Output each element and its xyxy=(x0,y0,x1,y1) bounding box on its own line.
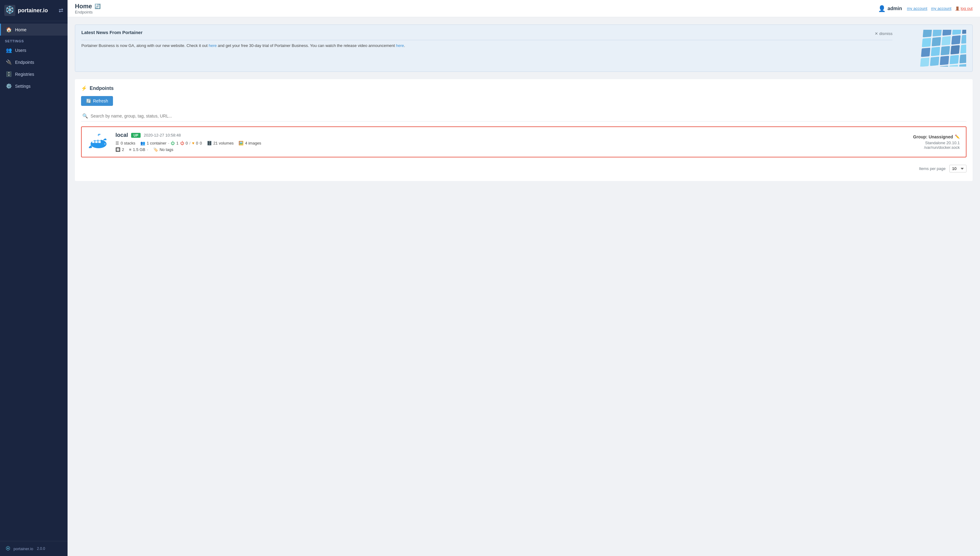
users-icon: 👥 xyxy=(6,47,12,53)
logo-text: portainer.io xyxy=(18,7,48,14)
refresh-label: Refresh xyxy=(93,99,108,103)
endpoints-section-title: Endpoints xyxy=(90,86,113,91)
refresh-button[interactable]: 🔄 Refresh xyxy=(81,96,113,106)
my-account-link[interactable]: my account xyxy=(907,6,927,11)
sidebar-item-home-label: Home xyxy=(15,27,26,32)
stat-cpu: 🔲 2 xyxy=(115,147,124,152)
stat-memory: ≡ 1.5 GB - xyxy=(129,147,148,152)
stopped-count: 0 xyxy=(186,141,188,145)
items-per-page-label: Items per page xyxy=(919,166,946,171)
sidebar-item-users[interactable]: 👥 Users xyxy=(0,44,68,56)
search-bar: 🔍 xyxy=(81,111,967,121)
news-title-row: Latest News From Portainer ✕ dismiss xyxy=(81,30,893,37)
unhealthy-count: 0 xyxy=(199,141,202,145)
healthy-dot: ♥ xyxy=(192,141,194,145)
endpoints-section: ⚡ Endpoints 🔄 Refresh 🔍 xyxy=(75,79,973,181)
news-content: Latest News From Portainer ✕ dismiss Por… xyxy=(81,30,893,49)
items-per-page-select[interactable]: 10 25 50 100 xyxy=(949,165,967,173)
sidebar-item-endpoints[interactable]: 🔌 Endpoints xyxy=(0,56,68,68)
news-link-1[interactable]: here xyxy=(209,43,217,48)
content-area: Latest News From Portainer ✕ dismiss Por… xyxy=(68,17,980,556)
news-title: Latest News From Portainer xyxy=(81,30,875,37)
my-account-text[interactable]: my account xyxy=(931,6,951,11)
topbar-links: my account my account 🚪 log out xyxy=(907,6,973,11)
stat-images: 🖼️ 4 images xyxy=(238,141,261,145)
svg-rect-5 xyxy=(95,141,98,143)
sidebar: portainer.io ⇄ 🏠 Home SETTINGS 👥 Users 🔌… xyxy=(0,0,68,556)
footer-portainer-icon xyxy=(5,546,11,552)
user-avatar-icon: 👤 xyxy=(878,5,886,12)
sidebar-item-endpoints-label: Endpoints xyxy=(15,60,34,65)
sidebar-footer: portainer.io 2.0.0 xyxy=(0,541,68,556)
news-graphic xyxy=(899,30,966,66)
username-label: admin xyxy=(888,6,902,11)
memory-value: 1.5 GB xyxy=(133,147,145,152)
page-title-text: Home xyxy=(75,3,92,10)
sidebar-item-registries-label: Registries xyxy=(15,72,34,77)
portainer-logo-icon xyxy=(4,5,15,16)
sidebar-item-home[interactable]: 🏠 Home xyxy=(0,24,68,36)
edit-group-icon[interactable]: ✏️ xyxy=(955,134,960,139)
tags-label: No tags xyxy=(160,147,173,152)
containers-label: 1 container xyxy=(147,141,167,145)
sidebar-item-registries[interactable]: 🗄️ Registries xyxy=(0,68,68,80)
logout-label: log out xyxy=(961,6,973,11)
endpoint-standalone: Standalone 20.10.1 xyxy=(913,141,960,145)
home-icon: 🏠 xyxy=(6,27,12,32)
endpoint-meta-group: Group: Unassigned ✏️ xyxy=(913,134,960,139)
images-count: 4 images xyxy=(245,141,261,145)
page-subtitle: Endpoints xyxy=(75,10,101,15)
sidebar-nav: 🏠 Home SETTINGS 👥 Users 🔌 Endpoints 🗄️ R… xyxy=(0,21,68,541)
stat-volumes: 🗄️ 21 volumes xyxy=(207,141,234,145)
topbar: Home 🔄 Endpoints 👤 admin my account my a… xyxy=(68,0,980,17)
sidebar-item-settings-label: Settings xyxy=(15,84,31,89)
endpoint-socket: /var/run/docker.sock xyxy=(913,145,960,150)
refresh-page-icon[interactable]: 🔄 xyxy=(95,3,101,9)
endpoint-name-row: local up 2020-12-27 10:58:48 xyxy=(115,132,907,138)
news-dismiss-button[interactable]: ✕ dismiss xyxy=(875,31,893,36)
endpoint-card[interactable]: local up 2020-12-27 10:58:48 ☰ 0 stacks … xyxy=(81,126,967,157)
endpoints-section-icon: ⚡ xyxy=(81,85,87,91)
search-input[interactable] xyxy=(91,113,965,118)
endpoint-meta: Group: Unassigned ✏️ Standalone 20.10.1 … xyxy=(913,134,960,150)
running-dot: ⏻ xyxy=(171,141,175,145)
footer-logo-text: portainer.io xyxy=(13,546,33,551)
sidebar-item-settings[interactable]: ⚙️ Settings xyxy=(0,80,68,92)
footer-version: 2.0.0 xyxy=(37,546,45,551)
user-display: 👤 admin xyxy=(878,5,902,12)
svg-rect-7 xyxy=(92,138,95,141)
sidebar-logo-area: portainer.io ⇄ xyxy=(0,0,68,21)
memory-sep: - xyxy=(147,147,148,152)
endpoints-section-header: ⚡ Endpoints xyxy=(81,85,967,91)
dismiss-x-icon: ✕ xyxy=(875,31,878,36)
news-body: Portainer Business is now GA, along with… xyxy=(81,43,893,49)
endpoint-stats-2: 🔲 2 ≡ 1.5 GB - 🏷️ No tags xyxy=(115,147,907,152)
news-link-2[interactable]: here xyxy=(396,43,404,48)
volumes-icon: 🗄️ xyxy=(207,141,212,145)
status-badge: up xyxy=(131,133,141,138)
group-label: Group: Unassigned xyxy=(913,134,953,139)
volumes-count: 21 volumes xyxy=(213,141,234,145)
svg-rect-9 xyxy=(98,138,101,141)
refresh-icon: 🔄 xyxy=(86,99,91,103)
svg-point-12 xyxy=(105,144,105,144)
tag-icon: 🏷️ xyxy=(153,147,158,152)
containers-icon: 👥 xyxy=(140,141,145,145)
endpoints-icon: 🔌 xyxy=(6,59,12,65)
logout-link[interactable]: 🚪 log out xyxy=(955,6,973,11)
logout-icon: 🚪 xyxy=(955,6,960,11)
registries-icon: 🗄️ xyxy=(6,71,12,77)
news-banner: Latest News From Portainer ✕ dismiss Por… xyxy=(75,24,973,72)
cube-grid xyxy=(919,30,966,66)
memory-icon: ≡ xyxy=(129,147,131,152)
endpoint-name: local xyxy=(115,132,128,138)
sidebar-toggle-icon[interactable]: ⇄ xyxy=(58,7,63,14)
stat-containers: 👥 1 container - ⏻ 1 ⏻ 0 / ♥ 0 0 xyxy=(140,141,202,145)
running-count: 1 xyxy=(176,141,178,145)
svg-point-2 xyxy=(7,548,8,549)
main-area: Home 🔄 Endpoints 👤 admin my account my a… xyxy=(68,0,980,556)
logo: portainer.io xyxy=(4,5,48,16)
settings-section-label: SETTINGS xyxy=(0,36,68,44)
topbar-left: Home 🔄 Endpoints xyxy=(75,3,101,15)
search-icon: 🔍 xyxy=(82,113,88,119)
